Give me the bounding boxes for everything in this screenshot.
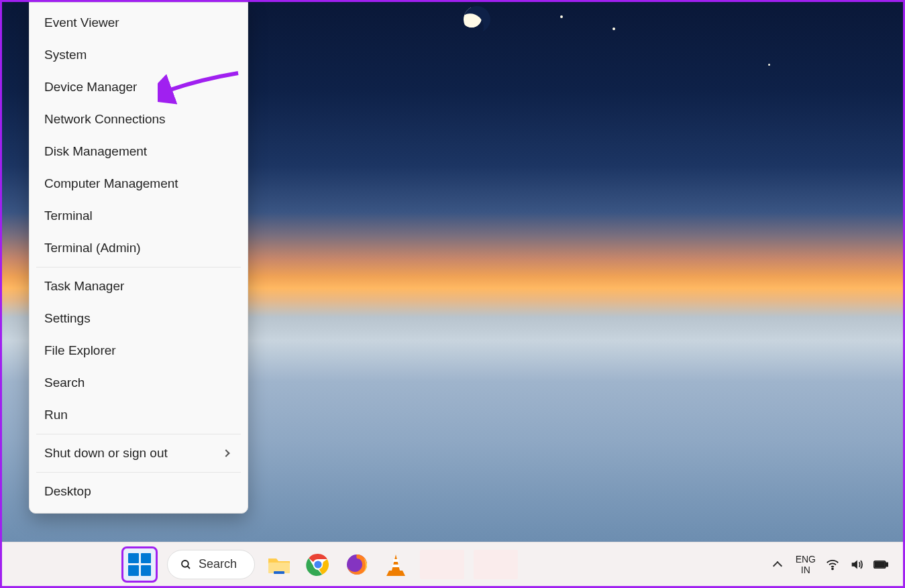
- menu-item-desktop[interactable]: Desktop: [30, 475, 248, 508]
- menu-item-search[interactable]: Search: [30, 367, 248, 399]
- menu-item-label: Run: [44, 408, 68, 422]
- svg-line-1: [187, 566, 190, 569]
- menu-item-terminal-admin[interactable]: Terminal (Admin): [30, 232, 248, 264]
- moon-graphic: [459, 1, 494, 37]
- menu-item-label: Disk Management: [44, 144, 147, 159]
- firefox-icon: [345, 552, 369, 577]
- menu-item-label: Task Manager: [44, 279, 124, 294]
- menu-item-label: Shut down or sign out: [44, 446, 168, 461]
- menu-separator: [36, 472, 241, 473]
- menu-item-file-explorer[interactable]: File Explorer: [30, 335, 248, 367]
- menu-item-event-viewer[interactable]: Event Viewer: [30, 7, 248, 39]
- lang-bottom: IN: [796, 565, 816, 575]
- wifi-icon[interactable]: [825, 557, 840, 572]
- menu-item-label: Device Manager: [44, 80, 137, 95]
- windows-logo-icon: [128, 553, 151, 576]
- search-icon: [180, 558, 192, 571]
- file-explorer-icon: [267, 554, 291, 575]
- tray-overflow-button[interactable]: [769, 554, 786, 575]
- menu-item-settings[interactable]: Settings: [30, 302, 248, 335]
- menu-item-label: Search: [44, 375, 85, 390]
- taskbar-search[interactable]: Search: [167, 550, 255, 579]
- taskbar-app-vlc[interactable]: [381, 550, 411, 579]
- menu-item-disk-management[interactable]: Disk Management: [30, 135, 248, 168]
- taskbar-app-firefox[interactable]: [342, 550, 372, 579]
- star-graphic: [613, 27, 615, 30]
- search-label: Search: [199, 557, 237, 571]
- taskbar: Search: [2, 542, 903, 586]
- taskbar-slot: [474, 550, 518, 579]
- svg-rect-12: [886, 563, 888, 566]
- menu-item-label: Terminal: [44, 209, 93, 223]
- system-tray: ENG IN: [769, 554, 903, 575]
- menu-item-label: Computer Management: [44, 176, 178, 191]
- menu-separator: [36, 434, 241, 434]
- svg-point-10: [832, 568, 833, 569]
- battery-icon[interactable]: [873, 557, 888, 572]
- chevron-up-icon: [773, 561, 782, 570]
- menu-item-device-manager[interactable]: Device Manager: [30, 71, 248, 103]
- menu-item-run[interactable]: Run: [30, 399, 248, 431]
- svg-rect-13: [875, 562, 885, 567]
- menu-item-system[interactable]: System: [30, 39, 248, 71]
- vlc-icon: [385, 553, 407, 576]
- menu-item-label: Terminal (Admin): [44, 241, 141, 255]
- menu-item-label: Network Connections: [44, 112, 166, 127]
- chevron-right-icon: [222, 449, 229, 457]
- menu-item-label: System: [44, 48, 87, 62]
- menu-item-terminal[interactable]: Terminal: [30, 200, 248, 232]
- taskbar-slot: [420, 550, 464, 579]
- winx-context-menu[interactable]: Event ViewerSystemDevice ManagerNetwork …: [29, 2, 248, 514]
- menu-item-task-manager[interactable]: Task Manager: [30, 270, 248, 302]
- lang-top: ENG: [796, 554, 816, 565]
- menu-separator: [36, 267, 241, 268]
- menu-item-shut-down-or-sign-out[interactable]: Shut down or sign out: [30, 437, 248, 469]
- svg-point-0: [182, 561, 189, 567]
- menu-item-label: Desktop: [44, 484, 91, 499]
- svg-rect-3: [274, 571, 284, 574]
- svg-rect-9: [392, 565, 399, 567]
- language-indicator[interactable]: ENG IN: [796, 554, 816, 575]
- taskbar-app-file-explorer[interactable]: [264, 550, 294, 579]
- menu-item-label: File Explorer: [44, 343, 116, 358]
- star-graphic: [560, 15, 563, 18]
- menu-item-label: Event Viewer: [44, 15, 119, 30]
- volume-icon[interactable]: [849, 557, 864, 572]
- svg-rect-8: [393, 559, 398, 562]
- svg-point-6: [314, 561, 321, 568]
- chrome-icon: [306, 552, 330, 577]
- menu-item-label: Settings: [44, 311, 91, 326]
- start-button[interactable]: [121, 546, 158, 583]
- star-graphic: [768, 64, 770, 66]
- menu-item-computer-management[interactable]: Computer Management: [30, 168, 248, 200]
- taskbar-app-chrome[interactable]: [303, 550, 333, 579]
- menu-item-network-connections[interactable]: Network Connections: [30, 103, 248, 135]
